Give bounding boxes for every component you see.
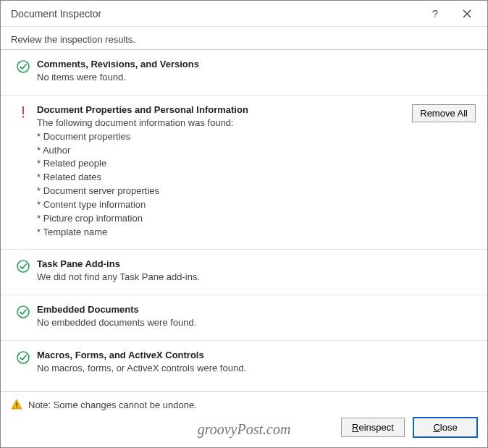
svg-point-2 [17, 61, 29, 72]
reinspect-button[interactable]: Reinspect [341, 418, 405, 437]
svg-rect-10 [16, 407, 17, 408]
results-scroll-area[interactable]: Comments, Revisions, and VersionsNo item… [1, 49, 487, 392]
section-heading: Document Properties and Personal Informa… [37, 104, 405, 115]
result-section: Task Pane Add-insWe did not find any Tas… [1, 250, 487, 295]
reinspect-label-rest: einspect [358, 422, 393, 433]
footer-note: Note: Some changes cannot be undone. [11, 399, 477, 410]
section-heading: Macros, Forms, and ActiveX Controls [37, 350, 476, 360]
checkmark-icon [15, 59, 31, 75]
result-section: Embedded DocumentsNo embedded documents … [1, 295, 487, 341]
section-heading: Embedded Documents [37, 304, 476, 315]
section-item: * Document server properties [37, 185, 405, 198]
checkmark-icon [15, 350, 31, 365]
alert-icon [15, 104, 31, 120]
svg-point-5 [17, 261, 29, 272]
titlebar: Document Inspector ? [1, 1, 487, 27]
close-label-rest: lose [440, 422, 458, 433]
svg-point-6 [17, 306, 29, 318]
warning-icon [11, 399, 22, 410]
section-heading: Task Pane Add-ins [37, 258, 476, 269]
section-body: Task Pane Add-insWe did not find any Tas… [37, 258, 476, 284]
section-item: * Content type information [37, 198, 405, 212]
section-body: Macros, Forms, and ActiveX ControlsNo ma… [37, 350, 476, 376]
result-section: Comments, Revisions, and VersionsNo item… [1, 50, 487, 96]
section-description: No items were found. [37, 71, 476, 85]
section-body: Document Properties and Personal Informa… [37, 104, 405, 240]
result-section: Document Properties and Personal Informa… [1, 96, 487, 250]
section-action: Remove All [412, 104, 476, 122]
section-heading: Comments, Revisions, and Versions [37, 59, 476, 69]
section-body: Embedded DocumentsNo embedded documents … [37, 304, 476, 330]
section-item: * Author [37, 144, 405, 158]
section-description: We did not find any Task Pane add-ins. [37, 271, 476, 284]
section-item: * Document properties [37, 130, 405, 144]
footer-note-text: Note: Some changes cannot be undone. [28, 400, 197, 410]
help-icon: ? [432, 7, 438, 20]
checkmark-icon [15, 304, 31, 320]
section-item: * Template name [37, 226, 405, 240]
dialog-footer: Note: Some changes cannot be undone. Rei… [1, 392, 487, 447]
svg-rect-4 [22, 116, 24, 118]
close-icon [463, 9, 471, 18]
svg-point-7 [17, 352, 29, 363]
result-section: Macros, Forms, and ActiveX ControlsNo ma… [1, 341, 487, 386]
close-window-button[interactable] [451, 1, 483, 26]
checkmark-icon [15, 258, 31, 274]
window-title: Document Inspector [11, 8, 419, 20]
svg-rect-3 [22, 106, 24, 114]
section-description: No macros, forms, or ActiveX controls we… [37, 362, 476, 376]
section-item: * Picture crop information [37, 212, 405, 226]
section-description: The following document information was f… [37, 117, 405, 130]
close-button[interactable]: Close [413, 418, 477, 437]
section-description: No embedded documents were found. [37, 316, 476, 330]
remove-all-button[interactable]: Remove All [412, 104, 476, 122]
section-item: * Related people [37, 157, 405, 171]
instructions-text: Review the inspection results. [1, 27, 487, 49]
section-body: Comments, Revisions, and VersionsNo item… [37, 59, 476, 85]
help-button[interactable]: ? [419, 1, 451, 26]
section-item: * Related dates [37, 171, 405, 185]
svg-rect-9 [16, 402, 17, 406]
